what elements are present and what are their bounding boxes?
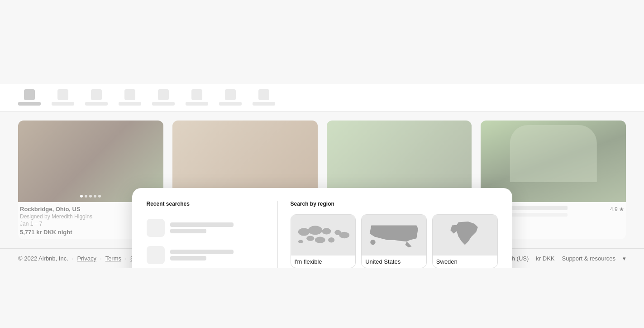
recent-line-2 bbox=[170, 256, 206, 260]
sweden-map-svg bbox=[433, 215, 497, 256]
dot bbox=[85, 195, 87, 198]
category-icon bbox=[124, 89, 135, 100]
svg-point-2 bbox=[308, 226, 322, 235]
recent-item-icon bbox=[147, 219, 165, 237]
svg-point-5 bbox=[339, 232, 349, 238]
category-icon bbox=[191, 89, 202, 100]
footer-support[interactable]: Support & resources bbox=[562, 255, 615, 262]
chevron-down-icon: ▾ bbox=[623, 255, 626, 262]
recent-item-icon bbox=[147, 246, 165, 264]
region-map-sweden bbox=[433, 215, 497, 256]
us-map-svg bbox=[362, 215, 426, 256]
search-by-region: Search by region bbox=[278, 201, 498, 268]
recent-item-text bbox=[170, 250, 234, 260]
category-item[interactable] bbox=[152, 89, 175, 106]
recent-item[interactable] bbox=[147, 214, 265, 241]
region-label-flexible: I'm flexible bbox=[291, 256, 356, 268]
recent-line-2 bbox=[170, 229, 206, 233]
region-map-flexible bbox=[291, 215, 356, 256]
footer-terms-link[interactable]: Terms bbox=[105, 255, 121, 262]
copyright: © 2022 Airbnb, Inc. bbox=[18, 255, 68, 262]
category-item[interactable] bbox=[119, 89, 141, 106]
region-label-us: United States bbox=[362, 256, 426, 268]
category-icon bbox=[258, 89, 269, 100]
svg-point-7 bbox=[315, 237, 325, 243]
category-item[interactable] bbox=[253, 89, 275, 106]
svg-point-8 bbox=[328, 237, 334, 242]
separator: · bbox=[100, 255, 102, 262]
category-label bbox=[52, 102, 74, 106]
dropdown-panel: Recent searches bbox=[132, 188, 512, 268]
footer-privacy-link[interactable]: Privacy bbox=[77, 255, 96, 262]
recent-item-text bbox=[170, 222, 234, 233]
category-label bbox=[253, 102, 275, 106]
footer-currency[interactable]: kr DKK bbox=[536, 255, 554, 262]
category-item[interactable] bbox=[18, 89, 41, 106]
svg-point-1 bbox=[298, 228, 310, 236]
region-map-us bbox=[362, 215, 426, 256]
region-label-sweden: Sweden bbox=[433, 256, 497, 268]
category-item[interactable] bbox=[219, 89, 242, 106]
svg-point-6 bbox=[306, 236, 314, 241]
category-icon bbox=[158, 89, 169, 100]
recent-item[interactable] bbox=[147, 241, 265, 268]
category-label bbox=[186, 102, 208, 106]
category-icon bbox=[57, 89, 68, 100]
separator: · bbox=[125, 255, 127, 262]
svg-point-3 bbox=[322, 228, 331, 234]
category-item[interactable] bbox=[52, 89, 74, 106]
region-title: Search by region bbox=[291, 201, 498, 207]
category-label bbox=[18, 102, 41, 106]
dot bbox=[98, 195, 101, 198]
category-label bbox=[152, 102, 175, 106]
recent-line-1 bbox=[170, 250, 234, 254]
arch-window bbox=[510, 125, 596, 182]
category-label bbox=[85, 102, 108, 106]
recent-line-1 bbox=[170, 222, 234, 227]
region-card-flexible[interactable]: I'm flexible bbox=[291, 214, 356, 268]
svg-point-11 bbox=[370, 240, 375, 245]
dot bbox=[89, 195, 92, 198]
category-icon bbox=[24, 89, 35, 100]
region-grid: I'm flexible United States bbox=[291, 214, 498, 268]
recent-searches-title: Recent searches bbox=[147, 201, 265, 207]
svg-point-9 bbox=[298, 240, 303, 243]
card-rating: 4.9 ★ bbox=[610, 206, 624, 212]
category-label bbox=[119, 102, 141, 106]
region-card-us[interactable]: United States bbox=[361, 214, 427, 268]
category-item[interactable] bbox=[186, 89, 208, 106]
dot bbox=[94, 195, 96, 198]
category-icon bbox=[225, 89, 236, 100]
dot bbox=[80, 195, 83, 198]
separator: · bbox=[72, 255, 74, 262]
category-bar bbox=[0, 84, 644, 111]
region-card-sweden[interactable]: Sweden bbox=[432, 214, 498, 268]
category-icon bbox=[91, 89, 102, 100]
category-label bbox=[219, 102, 242, 106]
category-item[interactable] bbox=[85, 89, 108, 106]
flexible-map-svg bbox=[291, 215, 356, 256]
recent-searches: Recent searches bbox=[147, 201, 278, 268]
